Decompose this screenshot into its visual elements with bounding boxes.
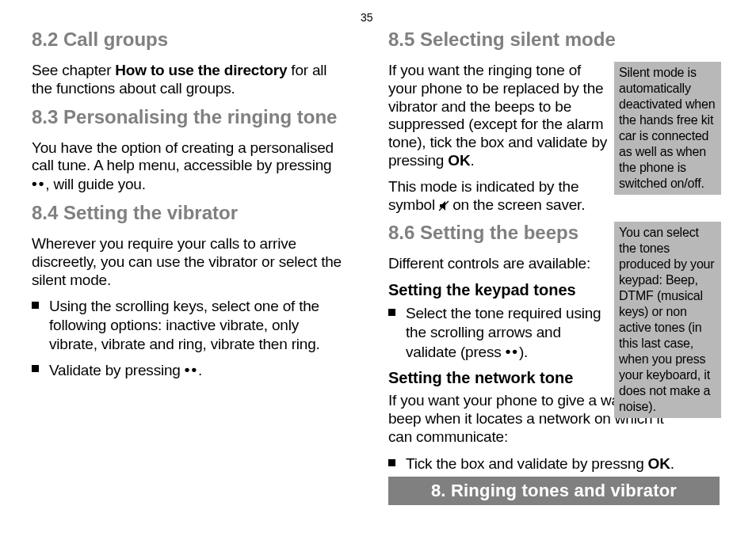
list-network-tone: Tick the box and validate by pressng OK.	[388, 454, 721, 473]
left-column: 8.2 Call groups See chapter How to use t…	[32, 24, 349, 387]
text: on the screen saver.	[449, 196, 585, 213]
para-8-2: See chapter How to use the directory for…	[32, 62, 349, 98]
text: .	[670, 455, 674, 472]
heading-8-5: 8.5 Selecting silent mode	[388, 29, 721, 51]
bold-text: OK	[448, 152, 470, 169]
para-8-6-1: Different controls are available:	[388, 255, 610, 273]
text: Validate by pressing	[49, 362, 185, 378]
dots-icon: ••	[32, 175, 45, 193]
list-8-4: Using the scrolling keys, select one of …	[32, 297, 349, 379]
text: If you want the ringing tone of your pho…	[388, 62, 607, 169]
text: You have the option of creating a person…	[32, 139, 334, 174]
text: ).	[519, 344, 528, 360]
heading-8-4: 8.4 Setting the vibrator	[32, 202, 349, 224]
text: See chapter	[32, 62, 115, 78]
text: .	[198, 362, 202, 378]
text: Tick the box and validate by pressng	[406, 455, 648, 472]
list-item: Select the tone required using the scrol…	[388, 304, 610, 361]
sidebar-note-silent-mode: Silent mode is automatically deactivated…	[614, 62, 721, 195]
text: Select the tone required using the scrol…	[406, 305, 601, 360]
list-item: Using the scrolling keys, select one of …	[32, 297, 349, 353]
text: , will guide you.	[45, 176, 146, 192]
page-number: 35	[361, 11, 373, 24]
para-8-5-1: If you want the ringing tone of your pho…	[388, 62, 610, 170]
para-8-4-1: Wherever you require your calls to arriv…	[32, 235, 349, 289]
heading-8-3: 8.3 Personalising the ringing tone	[32, 106, 349, 128]
text: .	[470, 152, 474, 169]
para-8-5-2: This mode is indicated by the symbol on …	[388, 178, 610, 215]
list-item: Validate by pressing ••.	[32, 360, 349, 380]
list-item: Tick the box and validate by pressng OK.	[388, 454, 721, 473]
heading-8-2: 8.2 Call groups	[32, 29, 349, 51]
dots-icon: ••	[506, 342, 519, 361]
para-8-3: You have the option of creating a person…	[32, 139, 349, 194]
bold-text: OK	[648, 455, 670, 472]
list-keypad-tones: Select the tone required using the scrol…	[388, 304, 610, 361]
dots-icon: ••	[185, 360, 198, 379]
sidebar-note-keypad-tones: You can select the tones produced by you…	[614, 222, 721, 418]
chapter-footer-bar: 8. Ringing tones and vibrator	[388, 477, 720, 505]
silent-mode-icon	[439, 198, 449, 209]
bold-text: How to use the directory	[115, 62, 287, 78]
